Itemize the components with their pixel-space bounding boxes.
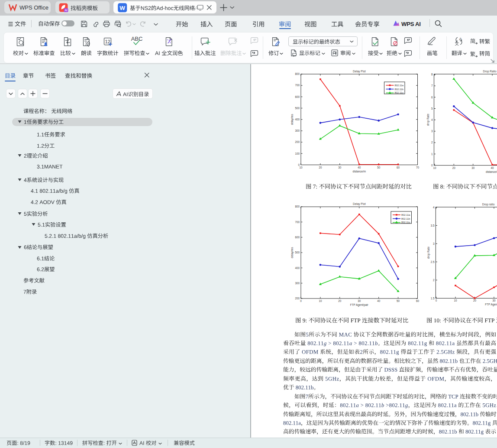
svg-text:FTP Agent/pair: FTP Agent/pair — [350, 303, 368, 307]
svg-text:802.11g: 802.11g — [395, 91, 404, 94]
svg-text:drop Rate: drop Rate — [427, 247, 430, 259]
svg-text:20: 20 — [319, 166, 322, 169]
svg-text:10: 10 — [454, 299, 457, 302]
svg-text:20: 20 — [452, 166, 456, 169]
svg-text:0: 0 — [436, 299, 437, 302]
svg-text:60: 60 — [416, 299, 420, 302]
svg-text:200: 200 — [295, 297, 300, 300]
svg-text:500: 500 — [295, 107, 300, 110]
svg-text:1.5: 1.5 — [431, 297, 435, 300]
svg-text:ABC: ABC — [131, 36, 143, 42]
svg-text:drop Rate: drop Rate — [427, 114, 430, 126]
svg-text:40: 40 — [377, 299, 381, 302]
svg-text:30: 30 — [492, 299, 496, 302]
svg-text:802.11b: 802.11b — [395, 88, 404, 91]
svg-text:distance/m: distance/m — [353, 170, 366, 173]
svg-text:70: 70 — [416, 166, 420, 169]
svg-text:0: 0 — [431, 164, 433, 167]
svg-text:Delay Plot: Delay Plot — [353, 202, 366, 206]
svg-text:2.5: 2.5 — [431, 260, 435, 263]
svg-text:distance/m: distance/m — [486, 170, 497, 173]
svg-text:10: 10 — [319, 299, 322, 302]
svg-text:W: W — [119, 5, 125, 11]
svg-text:Delay Plot: Delay Plot — [353, 70, 366, 73]
svg-text:20: 20 — [473, 299, 477, 302]
svg-text:700: 700 — [295, 84, 300, 87]
svg-text:30: 30 — [338, 166, 342, 169]
svg-text:3.5: 3.5 — [431, 224, 435, 227]
svg-text:12: 12 — [105, 39, 110, 44]
svg-text:200: 200 — [295, 140, 300, 143]
svg-text:800: 800 — [295, 72, 300, 75]
svg-text:600: 600 — [295, 236, 300, 239]
svg-text:802.11b: 802.11b — [401, 218, 410, 220]
svg-text:4: 4 — [433, 206, 435, 209]
svg-text:0: 0 — [300, 299, 302, 302]
svg-text:802.11a: 802.11a — [395, 84, 404, 87]
svg-text:400: 400 — [295, 266, 300, 269]
svg-text:Drop ratio: Drop ratio — [482, 203, 495, 206]
svg-text:20: 20 — [338, 299, 342, 302]
svg-text:3: 3 — [431, 130, 433, 133]
svg-text:1: 1 — [431, 153, 433, 156]
svg-text:30: 30 — [471, 166, 475, 169]
svg-text:Drop Ratio: Drop Ratio — [483, 70, 496, 73]
svg-text:800: 800 — [295, 205, 300, 208]
svg-text:50: 50 — [377, 166, 381, 169]
svg-text:8: 8 — [431, 73, 433, 76]
svg-text:60: 60 — [397, 166, 400, 169]
svg-text:4: 4 — [431, 118, 433, 121]
svg-text:300: 300 — [295, 129, 300, 132]
svg-text:30: 30 — [358, 299, 361, 302]
svg-text:7: 7 — [431, 84, 433, 87]
svg-text:A: A — [459, 36, 462, 41]
svg-text:400: 400 — [295, 118, 300, 121]
svg-text:40: 40 — [491, 166, 494, 169]
svg-text:50: 50 — [397, 299, 400, 302]
svg-text:6: 6 — [431, 96, 433, 99]
svg-text:3: 3 — [433, 242, 435, 245]
svg-text:2: 2 — [431, 141, 433, 144]
svg-text:600: 600 — [295, 95, 300, 98]
svg-text:500: 500 — [295, 251, 300, 254]
svg-text:802.11a: 802.11a — [401, 214, 410, 216]
svg-text:0: 0 — [298, 163, 300, 166]
svg-text:10: 10 — [433, 166, 436, 169]
svg-text:2: 2 — [433, 279, 435, 282]
svg-text:300: 300 — [295, 282, 300, 285]
svg-text:40: 40 — [358, 166, 361, 169]
svg-text:AI: AI — [65, 9, 67, 12]
svg-text:FTP Agent/pair: FTP Agent/pair — [485, 303, 497, 306]
svg-text:delay/ms: delay/ms — [290, 247, 294, 258]
svg-text:10: 10 — [299, 166, 303, 169]
svg-text:700: 700 — [295, 221, 300, 224]
svg-text:delay/ms: delay/ms — [290, 114, 294, 125]
svg-text:5: 5 — [431, 107, 433, 110]
svg-text:100: 100 — [295, 152, 300, 155]
svg-text:802.11g: 802.11g — [401, 221, 410, 224]
